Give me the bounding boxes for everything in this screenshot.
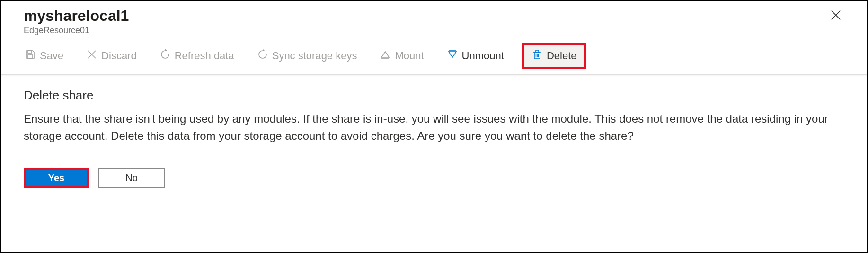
command-bar: Save Discard Refresh data Sync storage k… [1,39,867,75]
no-button[interactable]: No [98,168,165,188]
mount-button[interactable]: Mount [375,46,428,66]
mount-label: Mount [395,50,424,62]
refresh-label: Refresh data [175,50,234,62]
refresh-data-button[interactable]: Refresh data [155,46,239,66]
save-icon [25,49,36,63]
dialog-content: Delete share Ensure that the share isn't… [1,75,867,154]
yes-button-highlight: Yes [24,168,89,188]
dialog-footer: Yes No [1,154,867,201]
save-label: Save [40,50,63,62]
unmount-icon [447,49,458,63]
dialog-heading: Delete share [24,88,844,103]
sync-icon [257,49,268,63]
unmount-label: Unmount [462,50,504,62]
refresh-icon [159,49,171,63]
delete-button[interactable]: Delete [522,43,586,69]
discard-icon [86,49,97,63]
delete-label: Delete [547,50,577,62]
resource-name: EdgeResource01 [24,26,129,36]
header-title-group: mysharelocal1 EdgeResource01 [24,7,129,36]
svg-marker-8 [449,52,456,57]
unmount-button[interactable]: Unmount [442,46,509,66]
share-title: mysharelocal1 [24,7,129,25]
discard-label: Discard [101,50,137,62]
blade-header: mysharelocal1 EdgeResource01 [1,1,867,39]
close-button[interactable] [827,7,844,25]
dialog-body: Ensure that the share isn't being used b… [24,110,844,145]
mount-icon [380,49,391,63]
discard-button[interactable]: Discard [81,46,142,66]
sync-storage-keys-button[interactable]: Sync storage keys [252,46,362,66]
svg-rect-3 [28,55,33,58]
delete-icon [531,49,543,63]
svg-rect-15 [536,50,539,52]
svg-marker-6 [381,52,389,57]
save-button[interactable]: Save [20,46,68,66]
svg-rect-2 [28,51,32,53]
yes-button[interactable]: Yes [26,170,87,186]
close-icon [829,9,842,23]
sync-label: Sync storage keys [272,50,357,62]
